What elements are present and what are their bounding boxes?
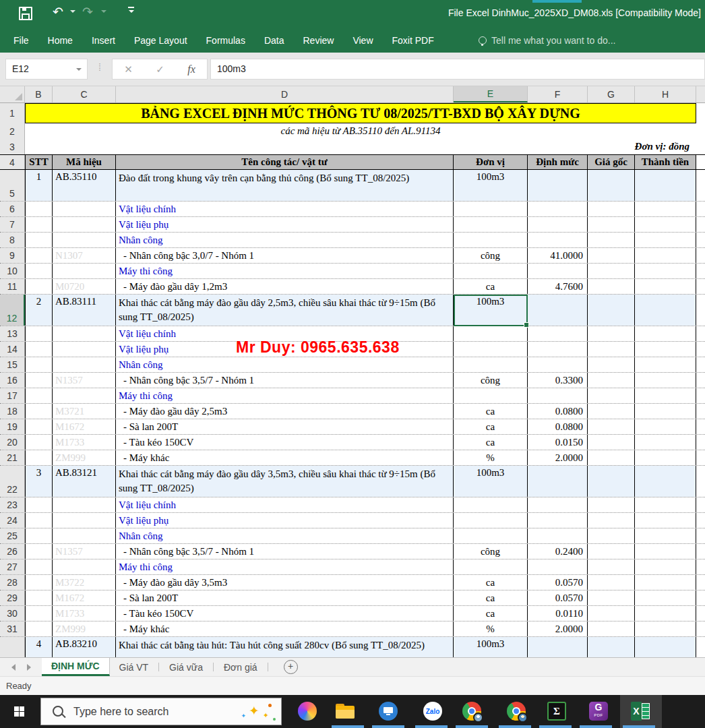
cell-C12[interactable]: AB.83111 bbox=[53, 295, 116, 326]
column-header-E[interactable]: E bbox=[454, 86, 528, 102]
cell-F18[interactable]: 0.0800 bbox=[528, 404, 588, 419]
cell-D19[interactable]: - Sà lan 200T bbox=[116, 419, 454, 434]
cell-H21[interactable] bbox=[635, 450, 696, 465]
cell-C22[interactable]: AB.83121 bbox=[53, 466, 116, 497]
column-header-H[interactable]: H bbox=[635, 86, 696, 102]
file-explorer-icon[interactable] bbox=[336, 704, 355, 719]
chrome-profile-2-icon[interactable] bbox=[507, 702, 526, 721]
cell-D20[interactable]: - Tàu kéo 150CV bbox=[116, 435, 454, 450]
sheet-tab-gi-vt[interactable]: Giá VT bbox=[110, 658, 158, 676]
cell-B7[interactable] bbox=[25, 217, 53, 232]
cell-D21[interactable]: - Máy khác bbox=[116, 450, 454, 465]
cell-H9[interactable] bbox=[635, 248, 696, 263]
cell-G29[interactable] bbox=[588, 590, 635, 605]
cell-B25[interactable] bbox=[25, 528, 53, 543]
cell-E12[interactable]: 100m3 bbox=[454, 295, 528, 326]
redo-dropdown-icon[interactable] bbox=[101, 10, 106, 13]
row-header-22[interactable]: 22 bbox=[0, 466, 25, 497]
ribbon-tab-home[interactable]: Home bbox=[48, 35, 73, 46]
cell-E31[interactable]: % bbox=[454, 621, 528, 636]
undo-dropdown-icon[interactable] bbox=[70, 10, 75, 13]
cell-G19[interactable] bbox=[588, 419, 635, 434]
ribbon-tab-view[interactable]: View bbox=[352, 35, 373, 46]
cell-C13[interactable] bbox=[53, 326, 116, 341]
cell-D28[interactable]: - Máy đào gầu dây 3,5m3 bbox=[116, 575, 454, 590]
cell-B31[interactable] bbox=[25, 621, 53, 636]
cell-E17[interactable] bbox=[454, 388, 528, 403]
cell-E13[interactable] bbox=[454, 326, 528, 341]
cell-F26[interactable]: 0.2400 bbox=[528, 544, 588, 559]
remote-desktop-icon[interactable] bbox=[379, 702, 398, 721]
cell-H15[interactable] bbox=[635, 357, 696, 372]
cell-H16[interactable] bbox=[635, 373, 696, 388]
name-box[interactable]: E12 bbox=[5, 59, 88, 80]
formula-input[interactable]: 100m3 bbox=[210, 59, 705, 80]
cell-F16[interactable]: 0.3300 bbox=[528, 373, 588, 388]
cell-D22[interactable]: Khai thác cát bằng máy đào gầu dây 3,5m3… bbox=[116, 466, 454, 497]
cell-G24[interactable] bbox=[588, 513, 635, 528]
cell-F10[interactable] bbox=[528, 264, 588, 278]
save-icon[interactable] bbox=[19, 7, 32, 20]
cell-F5[interactable] bbox=[528, 170, 588, 201]
cell-H5[interactable] bbox=[635, 170, 696, 201]
cell-C18[interactable]: M3721 bbox=[53, 404, 116, 419]
cell-B22[interactable]: 3 bbox=[25, 466, 53, 497]
cell-C32[interactable]: AB.83210 bbox=[53, 637, 116, 657]
cell-E24[interactable] bbox=[454, 513, 528, 528]
cell-F14[interactable] bbox=[528, 342, 588, 357]
row-header-10[interactable]: 10 bbox=[0, 264, 25, 278]
cell-C21[interactable]: ZM999 bbox=[53, 450, 116, 465]
cell-H11[interactable] bbox=[635, 279, 696, 294]
cell-D7[interactable]: Vật liệu phụ bbox=[116, 217, 454, 232]
cell-D24[interactable]: Vật liệu phụ bbox=[116, 513, 454, 528]
cell-H29[interactable] bbox=[635, 590, 696, 605]
cell-B32[interactable]: 4 bbox=[25, 637, 53, 657]
row-header-1[interactable]: 1 bbox=[0, 103, 25, 123]
cell-D11[interactable]: - Máy đào gầu dây 1,2m3 bbox=[116, 279, 454, 294]
cell-F32[interactable] bbox=[528, 637, 588, 657]
row-header-9[interactable]: 9 bbox=[0, 248, 25, 263]
cell-D15[interactable]: Nhân công bbox=[116, 357, 454, 372]
cell-H24[interactable] bbox=[635, 513, 696, 528]
row-header-12[interactable]: 12 bbox=[0, 295, 25, 326]
cell-C24[interactable] bbox=[53, 513, 116, 528]
cell-E27[interactable] bbox=[454, 559, 528, 574]
cell-C14[interactable] bbox=[53, 342, 116, 357]
cell-B21[interactable] bbox=[25, 450, 53, 465]
cell-C30[interactable]: M1733 bbox=[53, 606, 116, 621]
cell-H31[interactable] bbox=[635, 621, 696, 636]
cell-E22[interactable]: 100m3 bbox=[454, 466, 528, 497]
row-header-2[interactable]: 2 bbox=[0, 123, 25, 139]
cell-B24[interactable] bbox=[25, 513, 53, 528]
redo-icon[interactable]: ↷ bbox=[82, 4, 93, 20]
ribbon-tab-file[interactable]: File bbox=[13, 35, 29, 46]
cell-G27[interactable] bbox=[588, 559, 635, 574]
cell-C20[interactable]: M1733 bbox=[53, 435, 116, 450]
cell-D29[interactable]: - Sà lan 200T bbox=[116, 590, 454, 605]
cell-H27[interactable] bbox=[635, 559, 696, 574]
cell-D30[interactable]: - Tàu kéo 150CV bbox=[116, 606, 454, 621]
cell-F8[interactable] bbox=[528, 233, 588, 247]
row-header-24[interactable]: 24 bbox=[0, 513, 25, 528]
cell-E7[interactable] bbox=[454, 217, 528, 232]
cell-C8[interactable] bbox=[53, 233, 116, 247]
cell-E32[interactable]: 100m3 bbox=[454, 637, 528, 657]
cell-D25[interactable]: Nhân công bbox=[116, 528, 454, 543]
sheet-tab-gi-v-a[interactable]: Giá vữa bbox=[160, 658, 212, 676]
cell-G18[interactable] bbox=[588, 404, 635, 419]
ribbon-tab-data[interactable]: Data bbox=[264, 35, 284, 46]
foxit-pdf-editor-icon[interactable]: G PDF bbox=[589, 702, 608, 721]
sigma-calculator-icon[interactable]: Σ bbox=[547, 702, 566, 721]
cell-F12[interactable] bbox=[528, 295, 588, 326]
cell-E5[interactable]: 100m3 bbox=[454, 170, 528, 201]
customize-toolbar-icon[interactable] bbox=[128, 7, 134, 8]
cell-E21[interactable]: % bbox=[454, 450, 528, 465]
cell-B17[interactable] bbox=[25, 388, 53, 403]
cell-E9[interactable]: công bbox=[454, 248, 528, 263]
cell-H19[interactable] bbox=[635, 419, 696, 434]
chrome-profile-1-icon[interactable] bbox=[462, 702, 481, 721]
row-header-3[interactable]: 3 bbox=[0, 139, 25, 154]
cell-H17[interactable] bbox=[635, 388, 696, 403]
cell-G28[interactable] bbox=[588, 575, 635, 590]
row-header-21[interactable]: 21 bbox=[0, 450, 25, 465]
